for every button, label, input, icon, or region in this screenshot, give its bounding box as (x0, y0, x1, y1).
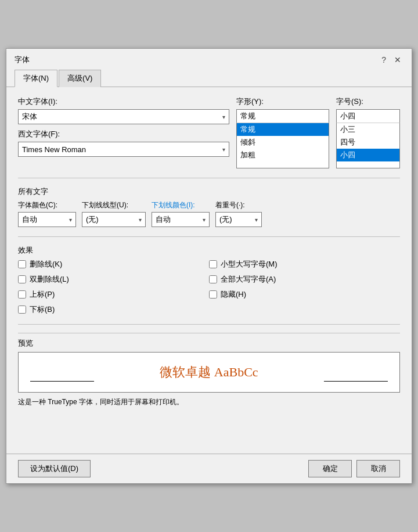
subscript-label: 下标(B) (30, 304, 55, 315)
western-font-label: 西文字体(F): (18, 129, 229, 139)
effects-cols: 删除线(K) 双删除线(L) 上标(P) 下标(B) (18, 259, 400, 315)
preview-hint: 这是一种 TrueType 字体，同时适用于屏幕和打印机。 (18, 397, 400, 407)
strikethrough-checkbox[interactable] (18, 260, 26, 268)
underline-type-dropdown[interactable]: (无) ▾ (82, 212, 146, 227)
tab-advanced[interactable]: 高级(V) (59, 70, 101, 87)
preview-underline-right (324, 381, 388, 382)
footer-right: 确定 取消 (308, 460, 400, 477)
size-item-xiaosan[interactable]: 小三 (337, 123, 399, 136)
small-caps-checkbox[interactable] (209, 260, 217, 268)
effect-hidden: 隐藏(H) (209, 289, 400, 300)
font-color-arrow-icon: ▾ (69, 217, 72, 223)
style-item-italic[interactable]: 倾斜 (237, 136, 329, 149)
all-caps-checkbox[interactable] (209, 275, 217, 283)
size-label: 字号(S): (336, 96, 400, 107)
effect-small-caps: 小型大写字母(M) (209, 259, 400, 269)
help-button[interactable]: ? (379, 55, 388, 64)
emphasis-col: 着重号(·): (无) ▾ (215, 200, 262, 227)
underline-color-arrow-icon: ▾ (203, 217, 206, 223)
chinese-font-value: 宋体 (22, 112, 37, 122)
chinese-font-label: 中文字体(I): (18, 96, 229, 107)
emphasis-label: 着重号(·): (215, 200, 262, 210)
style-item-bold[interactable]: 加粗 (237, 149, 329, 161)
all-text-row: 字体颜色(C): 自动 ▾ 下划线线型(U): (无) ▾ 下划线颜 (18, 200, 400, 227)
underline-color-label: 下划线颜色(I): (152, 200, 210, 210)
preview-underline-left (30, 381, 94, 382)
dialog-footer: 设为默认值(D) 确定 取消 (6, 454, 412, 483)
divider-2 (18, 236, 400, 237)
chinese-font-arrow-icon: ▾ (222, 114, 225, 120)
all-caps-label: 全部大写字母(A) (221, 274, 276, 285)
preview-box: 微软卓越 AaBbCc (18, 352, 400, 393)
all-text-title: 所有文字 (18, 186, 400, 197)
font-dialog: 字体 ? ✕ 字体(N) 高级(V) 中文字体(I): 宋体 ▾ 西文字体( (6, 48, 412, 484)
effect-all-caps: 全部大写字母(A) (209, 274, 400, 285)
underline-type-col: 下划线线型(U): (无) ▾ (82, 200, 146, 227)
cancel-button[interactable]: 取消 (356, 460, 400, 477)
style-label: 字形(Y): (236, 96, 329, 107)
effects-left-col: 删除线(K) 双删除线(L) 上标(P) 下标(B) (18, 259, 209, 315)
ok-button[interactable]: 确定 (308, 460, 352, 477)
font-color-label: 字体颜色(C): (18, 200, 76, 210)
size-col: 字号(S): 小三 四号 小四 (336, 96, 400, 168)
dialog-content: 中文字体(I): 宋体 ▾ 西文字体(F): Times New Roman ▾… (6, 87, 412, 454)
underline-type-arrow-icon: ▾ (139, 217, 142, 223)
preview-text: 微软卓越 AaBbCc (160, 364, 258, 381)
style-item-regular[interactable]: 常规 (237, 123, 329, 136)
font-color-dropdown[interactable]: 自动 ▾ (18, 212, 76, 227)
underline-color-value: 自动 (156, 214, 171, 225)
underline-color-dropdown[interactable]: 自动 ▾ (152, 212, 210, 227)
divider-3 (18, 324, 400, 325)
effects-section: 效果 删除线(K) 双删除线(L) 上标(P) (18, 245, 400, 315)
size-item-xiaosi[interactable]: 小四 (337, 149, 399, 161)
western-font-dropdown[interactable]: Times New Roman ▾ (18, 142, 229, 157)
size-item-sihao[interactable]: 四号 (337, 136, 399, 149)
style-input[interactable] (236, 109, 329, 123)
chinese-font-dropdown[interactable]: 宋体 ▾ (18, 109, 229, 124)
hidden-checkbox[interactable] (209, 290, 217, 299)
double-strikethrough-label: 双删除线(L) (30, 274, 69, 285)
emphasis-arrow-icon: ▾ (255, 217, 258, 223)
size-input[interactable] (336, 109, 400, 123)
dialog-title: 字体 (15, 55, 30, 65)
font-color-value: 自动 (22, 214, 37, 225)
strikethrough-label: 删除线(K) (30, 259, 62, 269)
style-listbox[interactable]: 常规 倾斜 加粗 (236, 123, 329, 168)
effects-right-col: 小型大写字母(M) 全部大写字母(A) 隐藏(H) (209, 259, 400, 315)
underline-color-col: 下划线颜色(I): 自动 ▾ (152, 200, 210, 227)
small-caps-label: 小型大写字母(M) (221, 259, 278, 269)
tabs-bar: 字体(N) 高级(V) (6, 65, 412, 87)
all-text-section: 所有文字 字体颜色(C): 自动 ▾ 下划线线型(U): (无) ▾ (18, 186, 400, 227)
divider-1 (18, 178, 400, 178)
title-actions: ? ✕ (379, 55, 403, 64)
effect-superscript: 上标(P) (18, 289, 209, 300)
close-button[interactable]: ✕ (392, 55, 403, 64)
effect-strikethrough: 删除线(K) (18, 259, 209, 269)
style-col: 字形(Y): 常规 倾斜 加粗 (236, 96, 329, 168)
tab-font[interactable]: 字体(N) (15, 70, 57, 87)
underline-type-label: 下划线线型(U): (82, 200, 146, 210)
hidden-label: 隐藏(H) (221, 289, 246, 300)
set-default-button[interactable]: 设为默认值(D) (18, 460, 91, 477)
western-font-arrow-icon: ▾ (222, 146, 225, 153)
effects-title: 效果 (18, 245, 400, 256)
title-bar: 字体 ? ✕ (6, 49, 412, 65)
preview-label: 预览 (18, 338, 400, 348)
underline-type-value: (无) (86, 214, 99, 225)
emphasis-value: (无) (219, 214, 232, 225)
superscript-label: 上标(P) (30, 289, 55, 300)
double-strikethrough-checkbox[interactable] (18, 275, 26, 283)
footer-left: 设为默认值(D) (18, 460, 91, 477)
font-selection-row: 中文字体(I): 宋体 ▾ 西文字体(F): Times New Roman ▾… (18, 96, 400, 168)
western-font-value: Times New Roman (22, 145, 86, 154)
chinese-font-col: 中文字体(I): 宋体 ▾ 西文字体(F): Times New Roman ▾ (18, 96, 229, 157)
font-color-col: 字体颜色(C): 自动 ▾ (18, 200, 76, 227)
emphasis-dropdown[interactable]: (无) ▾ (215, 212, 262, 227)
superscript-checkbox[interactable] (18, 290, 26, 299)
effect-subscript: 下标(B) (18, 304, 209, 315)
effect-double-strikethrough: 双删除线(L) (18, 274, 209, 285)
subscript-checkbox[interactable] (18, 305, 26, 314)
size-listbox[interactable]: 小三 四号 小四 (336, 123, 400, 168)
preview-section: 预览 微软卓越 AaBbCc 这是一种 TrueType 字体，同时适用于屏幕和… (18, 333, 400, 407)
